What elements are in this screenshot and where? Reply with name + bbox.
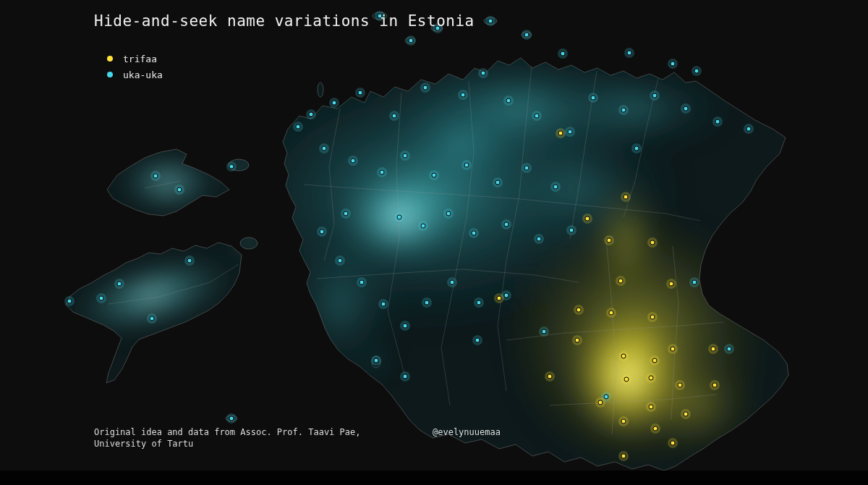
map-point-trifaa bbox=[712, 383, 717, 387]
map-point-uka_uka bbox=[524, 33, 529, 37]
map-point-trifaa bbox=[678, 383, 682, 387]
map-point-uka_uka bbox=[684, 106, 688, 111]
bottom-letterbox bbox=[0, 471, 868, 485]
map-point-uka_uka bbox=[692, 280, 697, 284]
map-point-uka_uka bbox=[553, 185, 558, 189]
map-point-trifaa bbox=[624, 377, 629, 381]
map-point-trifaa bbox=[609, 311, 613, 315]
map-point-trifaa bbox=[575, 338, 579, 342]
map-point-uka_uka bbox=[229, 164, 234, 169]
map-point-uka_uka bbox=[542, 329, 546, 334]
legend-swatch-trifaa bbox=[107, 56, 113, 62]
legend-label-trifaa: trifaa bbox=[123, 54, 157, 64]
map-point-trifaa bbox=[598, 400, 603, 405]
map-point-uka_uka bbox=[446, 211, 451, 216]
map-point-uka_uka bbox=[320, 229, 324, 234]
map-point-uka_uka bbox=[67, 299, 72, 303]
map-point-uka_uka bbox=[332, 101, 336, 105]
map-point-trifaa bbox=[548, 374, 552, 379]
map-canvas: Hide-and-seek name variations in Estonia… bbox=[0, 0, 868, 485]
map-point-uka_uka bbox=[627, 51, 631, 55]
map-point-trifaa bbox=[652, 358, 657, 363]
map-point-uka_uka bbox=[425, 300, 429, 305]
map-point-uka_uka bbox=[621, 108, 626, 112]
map-point-uka_uka bbox=[358, 90, 362, 95]
map-point-uka_uka bbox=[475, 338, 480, 342]
estonia-density-map: Hide-and-seek name variations in Estonia… bbox=[0, 0, 868, 485]
map-point-uka_uka bbox=[338, 258, 342, 263]
map-point-uka_uka bbox=[634, 146, 639, 151]
page-title: Hide-and-seek name variations in Estonia bbox=[94, 12, 475, 30]
author-handle: @evelynuuemaa bbox=[433, 427, 501, 437]
map-point-uka_uka bbox=[423, 85, 427, 90]
map-point-uka_uka bbox=[309, 112, 313, 117]
map-point-uka_uka bbox=[403, 324, 407, 328]
map-point-trifaa bbox=[624, 195, 628, 199]
map-point-trifaa bbox=[558, 131, 563, 135]
map-point-uka_uka bbox=[99, 296, 103, 300]
map-point-uka_uka bbox=[296, 125, 300, 129]
map-point-trifaa bbox=[607, 238, 611, 242]
map-point-trifaa bbox=[649, 376, 653, 380]
map-point-uka_uka bbox=[187, 258, 192, 263]
map-point-uka_uka bbox=[403, 374, 407, 379]
credit-line-1: Original idea and data from Assoc. Prof.… bbox=[94, 427, 360, 437]
map-point-uka_uka bbox=[504, 222, 509, 227]
map-point-uka_uka bbox=[535, 114, 539, 118]
map-point-uka_uka bbox=[461, 93, 465, 97]
map-point-uka_uka bbox=[568, 130, 572, 134]
map-point-uka_uka bbox=[392, 114, 396, 118]
map-point-uka_uka bbox=[524, 166, 529, 170]
map-point-trifaa bbox=[711, 347, 715, 351]
map-point-trifaa bbox=[497, 296, 501, 300]
map-point-trifaa bbox=[653, 426, 658, 431]
map-point-uka_uka bbox=[381, 302, 386, 306]
map-point-uka_uka bbox=[351, 159, 355, 163]
legend-label-uka-uka: uka-uka bbox=[123, 69, 163, 80]
map-point-uka_uka bbox=[472, 231, 476, 235]
map-point-trifaa bbox=[684, 412, 688, 416]
map-point-trifaa bbox=[671, 347, 675, 351]
map-point-uka_uka bbox=[117, 282, 122, 286]
map-point-trifaa bbox=[621, 454, 626, 458]
map-point-trifaa bbox=[585, 216, 590, 221]
map-point-uka_uka bbox=[177, 187, 182, 192]
map-point-uka_uka bbox=[495, 180, 500, 185]
map-point-uka_uka bbox=[153, 174, 158, 178]
map-point-uka_uka bbox=[397, 215, 401, 219]
map-point-uka_uka bbox=[359, 280, 364, 284]
map-point-uka_uka bbox=[694, 69, 699, 73]
map-point-uka_uka bbox=[150, 316, 154, 321]
credit-line-2: University of Tartu bbox=[94, 439, 193, 449]
map-point-uka_uka bbox=[421, 224, 425, 228]
map-point-uka_uka bbox=[344, 211, 348, 216]
map-point-trifaa bbox=[621, 419, 626, 423]
map-point-uka_uka bbox=[380, 170, 384, 174]
map-point-uka_uka bbox=[464, 163, 469, 167]
map-point-uka_uka bbox=[403, 153, 407, 158]
map-point-uka_uka bbox=[569, 228, 574, 232]
map-point-trifaa bbox=[671, 441, 675, 445]
map-point-uka_uka bbox=[671, 62, 675, 66]
map-point-uka_uka bbox=[727, 347, 731, 351]
map-point-uka_uka bbox=[506, 98, 511, 103]
map-point-trifaa bbox=[650, 240, 655, 245]
map-point-trifaa bbox=[618, 279, 623, 283]
map-point-uka_uka bbox=[604, 395, 608, 399]
map-point-uka_uka bbox=[537, 237, 541, 241]
map-point-uka_uka bbox=[652, 93, 657, 98]
map-point-uka_uka bbox=[229, 416, 234, 421]
map-point-uka_uka bbox=[477, 300, 481, 305]
map-point-uka_uka bbox=[409, 38, 413, 43]
map-point-trifaa bbox=[669, 282, 673, 286]
map-point-uka_uka bbox=[481, 71, 485, 75]
map-point-uka_uka bbox=[374, 358, 378, 363]
map-point-trifaa bbox=[621, 354, 626, 358]
map-point-uka_uka bbox=[591, 96, 595, 100]
map-point-trifaa bbox=[576, 308, 581, 312]
map-point-uka_uka bbox=[432, 173, 436, 177]
map-point-uka_uka bbox=[488, 19, 493, 23]
legend-swatch-uka-uka bbox=[107, 72, 113, 77]
map-point-uka_uka bbox=[715, 119, 720, 124]
map-point-uka_uka bbox=[746, 127, 751, 131]
